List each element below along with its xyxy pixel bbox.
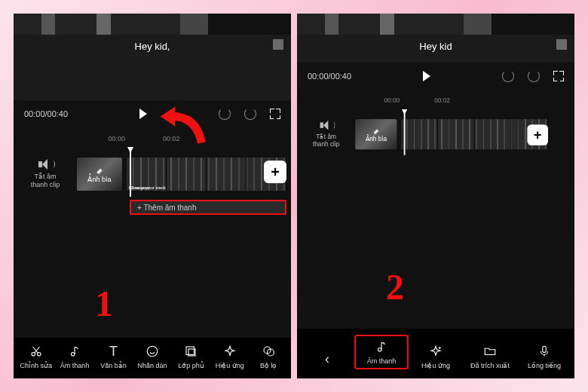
chevron-left-icon: ‹: [300, 351, 354, 366]
overlay-icon: [172, 344, 210, 359]
video-track[interactable]: [401, 119, 548, 149]
text-icon: T: [94, 344, 133, 359]
add-clip-button[interactable]: +: [264, 161, 286, 183]
tool-effects[interactable]: Hiệu ứng: [409, 344, 463, 369]
more-icon: [250, 344, 288, 359]
undo-button[interactable]: [219, 108, 231, 120]
video-preview: Hey kid: [297, 14, 574, 63]
subtitle-area: Hey kid: [297, 35, 574, 63]
back-button[interactable]: ‹: [300, 351, 354, 369]
tool-voiceover[interactable]: Lồng tiếng: [517, 344, 571, 369]
fullscreen-button[interactable]: [553, 71, 564, 81]
microphone-icon: [517, 344, 571, 359]
preview-frame: [14, 14, 291, 35]
ruler-tick: 00:02: [434, 97, 450, 104]
edit-icon: [372, 126, 380, 134]
cover-label: Ảnh bìa: [366, 136, 387, 142]
tool-overlay[interactable]: Lớp phủ: [172, 344, 210, 369]
svg-point-2: [72, 353, 75, 357]
step-number: 2: [386, 266, 404, 308]
speaker-icon: [320, 121, 332, 130]
transport-bar: 00:00/00:40: [297, 63, 574, 90]
redo-button[interactable]: [244, 108, 256, 120]
edit-icon: [95, 165, 104, 174]
tool-sound[interactable]: Âm thanh: [55, 344, 93, 369]
playhead[interactable]: [404, 112, 406, 155]
sticker-icon: [133, 344, 171, 359]
tool-filter[interactable]: Bộ lọ: [250, 344, 288, 369]
mute-clip-button[interactable]: Tắt âm thanh clip: [302, 121, 351, 148]
fullscreen-button[interactable]: [270, 109, 280, 119]
cover-clip[interactable]: Ảnh bìa: [77, 158, 122, 191]
video-preview: Hey kid,: [14, 14, 291, 100]
tutorial-panel-1: Hey kid, 00:00/00:40 00:00 00:02 Tắt âm …: [14, 14, 291, 378]
svg-point-3: [147, 346, 158, 357]
redo-button[interactable]: [528, 70, 540, 82]
tool-extracted[interactable]: Đã trích xuất: [463, 344, 517, 369]
tutorial-panel-2: Hey kid 00:00/00:40 00:00 00:02 Tắt âm t…: [297, 14, 574, 378]
timeline: 00:00 00:02 Tắt âm thanh clip Ảnh bìa Ch…: [14, 127, 291, 338]
subtitle-text: Hey kid: [419, 41, 452, 52]
music-note-icon: [362, 339, 401, 354]
ruler-tick: 00:00: [20, 135, 125, 142]
add-sound-strip[interactable]: + Thêm âm thanh: [130, 200, 286, 215]
time-ruler: 00:00 00:02: [297, 97, 553, 109]
tool-effects[interactable]: Hiệu ứng: [210, 344, 249, 369]
scissors-icon: [17, 344, 55, 359]
folder-icon: [463, 344, 517, 359]
speaker-icon: [38, 159, 52, 170]
bottom-toolbar: ‹ Âm thanh Hiệu ứng Đã trích xuất Lồng t…: [297, 329, 574, 378]
svg-rect-9: [543, 346, 547, 352]
subtitle-text: Hey kid,: [135, 41, 170, 52]
time-display: 00:00/00:40: [308, 72, 351, 81]
sparkle-icon: [210, 344, 249, 359]
sparkle-icon: [409, 344, 463, 359]
video-track[interactable]: Choose your track Chae your Choose your …: [127, 158, 286, 191]
cover-clip[interactable]: Ảnh bìa: [355, 119, 397, 149]
time-display: 00:00/00:40: [24, 109, 68, 118]
cover-label: Ảnh bìa: [87, 176, 111, 183]
music-note-icon: [55, 344, 93, 359]
tool-text[interactable]: TVăn bản: [94, 344, 133, 369]
transport-bar: 00:00/00:40: [14, 100, 291, 127]
step-number: 1: [95, 283, 113, 324]
undo-button[interactable]: [502, 70, 514, 82]
ruler-tick: 00:02: [163, 135, 180, 142]
tool-sound[interactable]: Âm thanh: [354, 335, 409, 369]
play-button[interactable]: [139, 109, 147, 119]
mute-clip-button[interactable]: Tắt âm thanh clip: [18, 159, 72, 189]
timeline: 00:00 00:02 Tắt âm thanh clip Ảnh bìa + …: [297, 90, 574, 329]
time-ruler: 00:00 00:02: [14, 135, 291, 147]
playhead[interactable]: [130, 150, 131, 197]
tool-sticker[interactable]: Nhãn dán: [133, 344, 171, 369]
ruler-tick: 00:00: [302, 97, 400, 104]
play-button[interactable]: [423, 71, 430, 81]
tool-edit[interactable]: Chỉnh sửa: [17, 344, 55, 369]
subtitle-settings-icon[interactable]: [556, 39, 567, 50]
svg-rect-4: [186, 347, 194, 355]
subtitle-settings-icon[interactable]: [273, 39, 283, 50]
preview-frame: [297, 14, 574, 35]
svg-point-8: [378, 348, 382, 352]
bottom-toolbar: Chỉnh sửa Âm thanh TVăn bản Nhãn dán Lớp…: [14, 338, 291, 378]
subtitle-area: Hey kid,: [14, 35, 291, 63]
add-clip-button[interactable]: +: [527, 124, 548, 145]
